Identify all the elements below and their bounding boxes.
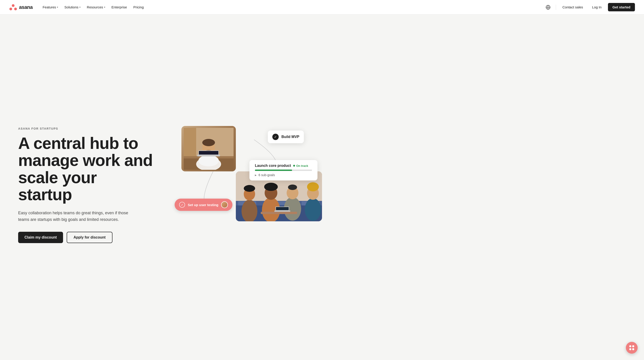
man-illustration: [184, 128, 234, 170]
contact-sales-link[interactable]: Contact sales: [560, 4, 586, 11]
svg-point-2: [14, 8, 17, 10]
main-nav: asana Features ▾ Solutions ▾ Resources ▾…: [0, 0, 644, 15]
asana-logo-icon: [9, 3, 17, 11]
hero-right: ✓ Build MVP Launch core product On track…: [168, 126, 322, 244]
svg-rect-9: [184, 128, 196, 156]
circle-check-icon: ✓: [179, 202, 185, 208]
user-avatar: [221, 201, 228, 208]
svg-rect-39: [261, 212, 297, 214]
on-track-dot: [293, 165, 295, 167]
nav-links: Features ▾ Solutions ▾ Resources ▾ Enter…: [40, 4, 544, 11]
svg-rect-38: [276, 207, 289, 210]
triangle-icon: ▶: [255, 174, 257, 176]
on-track-label: On track: [296, 164, 308, 168]
nav-resources[interactable]: Resources ▾: [84, 4, 108, 11]
user-testing-card: ✓ Set up user testing: [174, 199, 232, 211]
svg-point-35: [307, 182, 319, 191]
launch-core-title: Launch core product: [255, 164, 291, 168]
logo-link[interactable]: asana: [9, 3, 33, 11]
nav-divider: [556, 5, 556, 10]
nav-features[interactable]: Features ▾: [40, 4, 61, 11]
hero-eyebrow: ASANA FOR STARTUPS: [18, 127, 154, 130]
build-mvp-label: Build MVP: [282, 135, 299, 139]
get-started-button[interactable]: Get started: [608, 3, 635, 11]
svg-point-26: [244, 185, 255, 192]
check-circle-icon: ✓: [272, 134, 279, 140]
progress-bar: [255, 170, 312, 171]
nav-solutions[interactable]: Solutions ▾: [62, 4, 83, 11]
hero-photo-man: [182, 126, 236, 171]
nav-pricing[interactable]: Pricing: [130, 4, 146, 11]
hero-title: A central hub to manage work and scale y…: [18, 135, 154, 203]
build-mvp-card: ✓ Build MVP: [268, 131, 304, 143]
claim-discount-button[interactable]: Claim my discount: [18, 232, 63, 243]
hero-left: ASANA FOR STARTUPS A central hub to mana…: [18, 127, 154, 243]
apply-discount-button[interactable]: Apply for discount: [67, 232, 112, 243]
help-dots-icon: [629, 345, 634, 350]
hero-buttons: Claim my discount Apply for discount: [18, 232, 154, 243]
hero-description: Easy collaboration helps teams do great …: [18, 210, 136, 223]
svg-point-29: [264, 183, 278, 191]
user-testing-label: Set up user testing: [188, 203, 218, 207]
progress-bar-fill: [255, 170, 292, 171]
chevron-down-icon: ▾: [104, 6, 105, 9]
login-link[interactable]: Log In: [589, 4, 604, 11]
chevron-down-icon: ▾: [79, 6, 80, 9]
svg-point-33: [305, 198, 321, 221]
svg-point-13: [202, 139, 215, 146]
sub-goals-row: ▶ 6 sub-goals: [255, 173, 312, 177]
launch-core-card: Launch core product On track ▶ 6 sub-goa…: [250, 160, 318, 180]
sub-goals-label: 6 sub-goals: [258, 173, 275, 177]
on-track-badge: On track: [293, 164, 308, 168]
brand-name: asana: [19, 4, 33, 10]
svg-point-0: [12, 4, 14, 7]
hero-section: ASANA FOR STARTUPS A central hub to mana…: [0, 15, 644, 360]
launch-core-header: Launch core product On track: [255, 164, 312, 168]
svg-point-1: [10, 8, 12, 10]
help-button[interactable]: [626, 342, 638, 354]
globe-icon: [546, 5, 550, 10]
nav-right: Contact sales Log In Get started: [544, 3, 635, 11]
svg-rect-17: [199, 151, 218, 155]
nav-enterprise[interactable]: Enterprise: [109, 4, 130, 11]
svg-point-32: [288, 185, 297, 190]
language-selector-button[interactable]: [544, 3, 552, 11]
svg-point-11: [198, 155, 219, 166]
chevron-down-icon: ▾: [57, 6, 58, 9]
